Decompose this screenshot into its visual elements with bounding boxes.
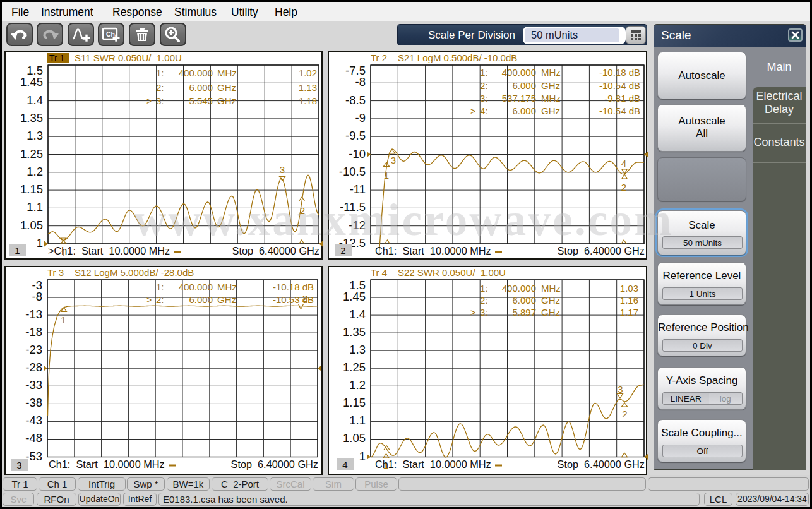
svg-text:Ch: Ch <box>106 30 115 38</box>
